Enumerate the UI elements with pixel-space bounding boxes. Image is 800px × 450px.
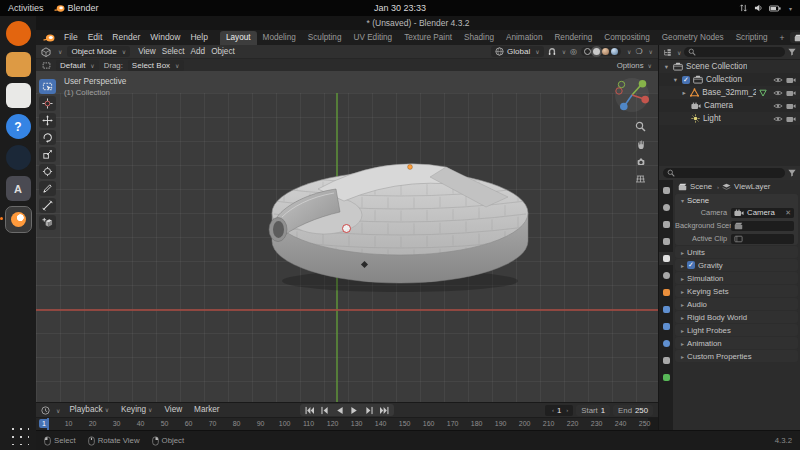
previous-keyframe-button[interactable] xyxy=(318,405,331,415)
viewport-menu-select[interactable]: Select xyxy=(159,45,188,59)
viewport-menu-object[interactable]: Object xyxy=(208,45,238,59)
dock-files-icon[interactable] xyxy=(6,52,31,77)
proportional-editing-icon[interactable]: ◎ xyxy=(570,47,577,56)
play-reverse-button[interactable] xyxy=(333,405,346,415)
hide-eye-icon[interactable] xyxy=(773,102,783,110)
workspace-tab-animation[interactable]: Animation xyxy=(500,31,548,45)
breadcrumb-view-layer[interactable]: ViewLayer xyxy=(734,182,770,191)
current-frame-field[interactable]: ‹ 1 › xyxy=(545,405,573,416)
navigation-gizmo[interactable] xyxy=(612,75,652,119)
outliner-row[interactable]: ▸Base_32mm_23 xyxy=(659,86,800,99)
properties-tab-object[interactable] xyxy=(659,286,673,299)
camera-view-icon[interactable] xyxy=(636,157,646,167)
model-base-32mm[interactable] xyxy=(260,117,540,311)
system-tray[interactable]: ▾ xyxy=(739,4,792,12)
dock-archive-icon[interactable]: A xyxy=(6,176,31,201)
properties-tab-physics[interactable] xyxy=(659,337,673,350)
tool-select-box-button[interactable] xyxy=(39,79,56,94)
section-simulation[interactable]: ▸Simulation xyxy=(675,272,798,284)
properties-tab-scene[interactable] xyxy=(659,252,673,265)
section-units[interactable]: ▸Units xyxy=(675,246,798,258)
editor-type-icon[interactable] xyxy=(41,47,51,57)
properties-tab-world[interactable] xyxy=(659,269,673,282)
outliner-search-input[interactable] xyxy=(684,47,785,57)
activities-button[interactable]: Activities xyxy=(8,3,44,13)
workspace-tab-uv-editing[interactable]: UV Editing xyxy=(347,31,398,45)
timeline-menu-marker[interactable]: Marker xyxy=(189,402,224,418)
hide-eye-icon[interactable] xyxy=(773,115,783,123)
tool-move-button[interactable] xyxy=(39,113,56,128)
properties-tab-data[interactable] xyxy=(659,371,673,384)
section-custom-properties[interactable]: ▸Custom Properties xyxy=(675,350,798,362)
filter-icon[interactable] xyxy=(788,169,796,177)
section-rigid-body-world[interactable]: ▸Rigid Body World xyxy=(675,311,798,323)
menu-edit[interactable]: Edit xyxy=(83,30,108,45)
outliner-row[interactable]: Light xyxy=(659,112,800,125)
scene-panel-header[interactable]: ▾ Scene xyxy=(675,194,798,206)
expand-caret-icon[interactable]: ▾ xyxy=(672,76,679,84)
transform-orientation-dropdown[interactable]: Global∨ xyxy=(491,46,544,57)
frame-end-field[interactable]: End 250 xyxy=(613,405,653,416)
viewport-menu-view[interactable]: View xyxy=(135,45,159,59)
dock-steam-icon[interactable] xyxy=(6,145,31,170)
disable-render-icon[interactable] xyxy=(786,115,796,123)
clear-icon[interactable]: ✕ xyxy=(785,209,791,217)
dock-software-icon[interactable] xyxy=(6,83,31,108)
shading-material-icon[interactable] xyxy=(602,48,609,55)
overlays-caret-icon[interactable]: ∨ xyxy=(649,48,653,55)
collection-checkbox[interactable]: ✓ xyxy=(682,76,690,84)
timeline-menu-view[interactable]: View xyxy=(160,402,188,418)
shading-rendered-icon[interactable] xyxy=(611,48,618,55)
properties-tab-output[interactable] xyxy=(659,218,673,231)
workspace-tab-sculpting[interactable]: Sculpting xyxy=(302,31,348,45)
expand-caret-icon[interactable]: ▾ xyxy=(663,63,670,71)
expand-caret-icon[interactable]: ▸ xyxy=(681,89,687,97)
workspace-tab-modeling[interactable]: Modeling xyxy=(257,31,302,45)
tool-scale-button[interactable] xyxy=(39,147,56,162)
perspective-toggle-icon[interactable] xyxy=(635,174,646,184)
outliner-row[interactable]: ▾Scene Collection xyxy=(659,60,800,73)
disable-render-icon[interactable] xyxy=(786,89,796,97)
frame-start-field[interactable]: Start 1 xyxy=(576,405,610,416)
clock[interactable]: Jan 30 23:33 xyxy=(0,3,800,13)
timeline-ruler[interactable]: 1 10203040506070809010011012013014015016… xyxy=(36,417,658,431)
app-menu-button[interactable]: Blender xyxy=(54,3,99,13)
jump-to-end-button[interactable] xyxy=(378,405,391,415)
section-gravity[interactable]: ▸✓Gravity xyxy=(675,259,798,271)
property-field-active-clip[interactable] xyxy=(731,234,794,244)
menu-file[interactable]: File xyxy=(59,30,83,45)
options-dropdown[interactable]: Options∨ xyxy=(617,61,652,70)
play-button[interactable] xyxy=(348,405,361,415)
timeline-menu-playback[interactable]: Playback∨ xyxy=(64,402,114,418)
tool-transform-button[interactable] xyxy=(39,164,56,179)
menu-help[interactable]: Help xyxy=(185,30,212,45)
workspace-tab-rendering[interactable]: Rendering xyxy=(548,31,598,45)
properties-tab-modifiers[interactable] xyxy=(659,303,673,316)
dock-blender-icon[interactable] xyxy=(6,207,31,232)
section-light-probes[interactable]: ▸Light Probes xyxy=(675,324,798,336)
outliner-row[interactable]: ▾✓Collection xyxy=(659,73,800,86)
snap-magnet-icon[interactable] xyxy=(548,47,556,56)
properties-tab-tool[interactable] xyxy=(659,184,673,197)
jump-to-start-button[interactable] xyxy=(303,405,316,415)
pan-hand-icon[interactable] xyxy=(636,139,646,150)
properties-tab-view-layer[interactable] xyxy=(659,235,673,248)
disable-render-icon[interactable] xyxy=(786,102,796,110)
workspace-tab-shading[interactable]: Shading xyxy=(458,31,500,45)
menu-window[interactable]: Window xyxy=(145,30,185,45)
next-keyframe-button[interactable] xyxy=(363,405,376,415)
show-apps-button[interactable] xyxy=(7,423,29,445)
overlays-icon[interactable]: ❍ xyxy=(635,47,642,56)
shading-wireframe-icon[interactable] xyxy=(584,48,591,55)
blender-logo-icon[interactable] xyxy=(40,33,58,43)
drag-tool-dropdown[interactable]: Select Box∨ xyxy=(128,60,184,71)
properties-tab-constraints[interactable] xyxy=(659,354,673,367)
properties-search-input[interactable] xyxy=(663,168,785,178)
menu-render[interactable]: Render xyxy=(107,30,145,45)
timeline-editor-caret-icon[interactable]: ∨ xyxy=(56,407,60,414)
zoom-icon[interactable] xyxy=(635,121,646,132)
workspace-tab-compositing[interactable]: Compositing xyxy=(598,31,656,45)
frame-decrement-icon[interactable]: ‹ xyxy=(552,407,554,413)
shading-caret-icon[interactable]: ∨ xyxy=(627,48,631,55)
hide-eye-icon[interactable] xyxy=(773,76,783,84)
